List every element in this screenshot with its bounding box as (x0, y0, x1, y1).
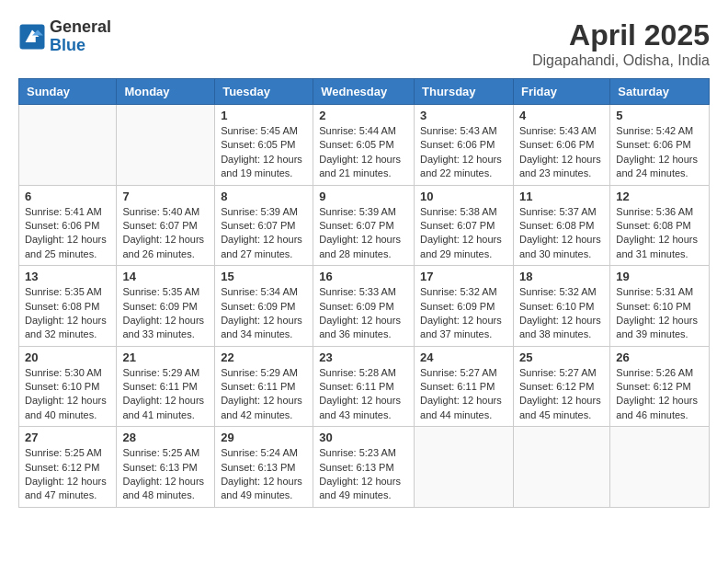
day-info: Sunrise: 5:27 AM Sunset: 6:12 PM Dayligh… (519, 366, 604, 423)
day-info: Sunrise: 5:43 AM Sunset: 6:06 PM Dayligh… (519, 124, 604, 181)
calendar-cell: 14Sunrise: 5:35 AM Sunset: 6:09 PM Dayli… (117, 266, 215, 347)
day-number: 11 (519, 190, 604, 203)
day-number: 27 (25, 431, 110, 444)
day-number: 12 (616, 190, 703, 203)
calendar-cell: 29Sunrise: 5:24 AM Sunset: 6:13 PM Dayli… (215, 427, 313, 508)
calendar-cell (513, 427, 609, 508)
day-number: 4 (519, 109, 604, 122)
day-number: 14 (122, 270, 209, 283)
day-info: Sunrise: 5:35 AM Sunset: 6:09 PM Dayligh… (122, 285, 209, 342)
day-number: 18 (519, 270, 604, 283)
week-row-2: 6Sunrise: 5:41 AM Sunset: 6:06 PM Daylig… (19, 185, 710, 266)
day-info: Sunrise: 5:35 AM Sunset: 6:08 PM Dayligh… (25, 285, 110, 342)
calendar-cell: 1Sunrise: 5:45 AM Sunset: 6:05 PM Daylig… (215, 105, 313, 186)
day-number: 10 (420, 190, 507, 203)
day-info: Sunrise: 5:25 AM Sunset: 6:12 PM Dayligh… (25, 446, 110, 503)
calendar-cell (610, 427, 710, 508)
day-number: 5 (616, 109, 703, 122)
day-number: 8 (221, 190, 307, 203)
day-info: Sunrise: 5:37 AM Sunset: 6:08 PM Dayligh… (519, 205, 604, 262)
calendar-cell (117, 105, 215, 186)
calendar-cell: 26Sunrise: 5:26 AM Sunset: 6:12 PM Dayli… (610, 346, 710, 427)
day-info: Sunrise: 5:25 AM Sunset: 6:13 PM Dayligh… (122, 446, 209, 503)
day-info: Sunrise: 5:40 AM Sunset: 6:07 PM Dayligh… (122, 205, 209, 262)
day-number: 17 (420, 270, 507, 283)
calendar-cell: 18Sunrise: 5:32 AM Sunset: 6:10 PM Dayli… (513, 266, 609, 347)
day-info: Sunrise: 5:39 AM Sunset: 6:07 PM Dayligh… (319, 205, 408, 262)
weekday-header-thursday: Thursday (415, 79, 514, 105)
calendar-cell: 17Sunrise: 5:32 AM Sunset: 6:09 PM Dayli… (415, 266, 514, 347)
day-number: 30 (319, 431, 408, 444)
calendar-cell: 8Sunrise: 5:39 AM Sunset: 6:07 PM Daylig… (215, 185, 313, 266)
week-row-3: 13Sunrise: 5:35 AM Sunset: 6:08 PM Dayli… (19, 266, 710, 347)
weekday-header-saturday: Saturday (610, 79, 710, 105)
calendar-cell: 5Sunrise: 5:42 AM Sunset: 6:06 PM Daylig… (610, 105, 710, 186)
day-info: Sunrise: 5:28 AM Sunset: 6:11 PM Dayligh… (319, 366, 408, 423)
weekday-header-row: SundayMondayTuesdayWednesdayThursdayFrid… (19, 79, 710, 105)
calendar-cell: 13Sunrise: 5:35 AM Sunset: 6:08 PM Dayli… (19, 266, 117, 347)
logo-text: General Blue (50, 18, 111, 55)
day-number: 2 (319, 109, 408, 122)
day-number: 6 (25, 190, 110, 203)
location: Digapahandi, Odisha, India (532, 52, 710, 69)
day-info: Sunrise: 5:29 AM Sunset: 6:11 PM Dayligh… (221, 366, 307, 423)
calendar-cell: 9Sunrise: 5:39 AM Sunset: 6:07 PM Daylig… (313, 185, 415, 266)
day-info: Sunrise: 5:41 AM Sunset: 6:06 PM Dayligh… (25, 205, 110, 262)
day-info: Sunrise: 5:31 AM Sunset: 6:10 PM Dayligh… (616, 285, 703, 342)
day-info: Sunrise: 5:23 AM Sunset: 6:13 PM Dayligh… (319, 446, 408, 503)
calendar-cell: 12Sunrise: 5:36 AM Sunset: 6:08 PM Dayli… (610, 185, 710, 266)
weekday-header-wednesday: Wednesday (313, 79, 415, 105)
weekday-header-monday: Monday (117, 79, 215, 105)
calendar-table: SundayMondayTuesdayWednesdayThursdayFrid… (18, 78, 710, 508)
day-number: 21 (122, 350, 209, 364)
calendar-cell: 22Sunrise: 5:29 AM Sunset: 6:11 PM Dayli… (215, 346, 313, 427)
logo: General Blue (18, 18, 111, 55)
day-info: Sunrise: 5:26 AM Sunset: 6:12 PM Dayligh… (616, 366, 703, 423)
calendar-cell: 27Sunrise: 5:25 AM Sunset: 6:12 PM Dayli… (19, 427, 117, 508)
logo-icon (18, 23, 46, 51)
day-number: 9 (319, 190, 408, 203)
day-number: 26 (616, 350, 703, 364)
calendar-cell: 25Sunrise: 5:27 AM Sunset: 6:12 PM Dayli… (513, 346, 609, 427)
calendar-cell: 4Sunrise: 5:43 AM Sunset: 6:06 PM Daylig… (513, 105, 609, 186)
day-number: 7 (122, 190, 209, 203)
logo-general-text: General (50, 18, 111, 37)
calendar-cell: 30Sunrise: 5:23 AM Sunset: 6:13 PM Dayli… (313, 427, 415, 508)
day-number: 24 (420, 350, 507, 364)
day-info: Sunrise: 5:24 AM Sunset: 6:13 PM Dayligh… (221, 446, 307, 503)
calendar-cell: 23Sunrise: 5:28 AM Sunset: 6:11 PM Dayli… (313, 346, 415, 427)
calendar-cell (19, 105, 117, 186)
weekday-header-friday: Friday (513, 79, 609, 105)
page-header: General Blue April 2025 Digapahandi, Odi… (18, 18, 710, 69)
day-number: 22 (221, 350, 307, 364)
calendar-cell: 16Sunrise: 5:33 AM Sunset: 6:09 PM Dayli… (313, 266, 415, 347)
day-info: Sunrise: 5:39 AM Sunset: 6:07 PM Dayligh… (221, 205, 307, 262)
day-info: Sunrise: 5:29 AM Sunset: 6:11 PM Dayligh… (122, 366, 209, 423)
day-number: 25 (519, 350, 604, 364)
day-number: 15 (221, 270, 307, 283)
calendar-cell: 24Sunrise: 5:27 AM Sunset: 6:11 PM Dayli… (415, 346, 514, 427)
day-number: 23 (319, 350, 408, 364)
weekday-header-sunday: Sunday (19, 79, 117, 105)
month-title: April 2025 (532, 18, 710, 52)
day-info: Sunrise: 5:38 AM Sunset: 6:07 PM Dayligh… (420, 205, 507, 262)
day-info: Sunrise: 5:32 AM Sunset: 6:10 PM Dayligh… (519, 285, 604, 342)
calendar-cell: 21Sunrise: 5:29 AM Sunset: 6:11 PM Dayli… (117, 346, 215, 427)
day-number: 19 (616, 270, 703, 283)
day-info: Sunrise: 5:30 AM Sunset: 6:10 PM Dayligh… (25, 366, 110, 423)
day-number: 29 (221, 431, 307, 444)
day-info: Sunrise: 5:44 AM Sunset: 6:05 PM Dayligh… (319, 124, 408, 181)
weekday-header-tuesday: Tuesday (215, 79, 313, 105)
day-info: Sunrise: 5:42 AM Sunset: 6:06 PM Dayligh… (616, 124, 703, 181)
day-number: 1 (221, 109, 307, 122)
calendar-cell (415, 427, 514, 508)
title-section: April 2025 Digapahandi, Odisha, India (532, 18, 710, 69)
day-info: Sunrise: 5:27 AM Sunset: 6:11 PM Dayligh… (420, 366, 507, 423)
day-number: 28 (122, 431, 209, 444)
day-number: 16 (319, 270, 408, 283)
day-number: 3 (420, 109, 507, 122)
calendar-cell: 11Sunrise: 5:37 AM Sunset: 6:08 PM Dayli… (513, 185, 609, 266)
calendar-cell: 2Sunrise: 5:44 AM Sunset: 6:05 PM Daylig… (313, 105, 415, 186)
day-info: Sunrise: 5:33 AM Sunset: 6:09 PM Dayligh… (319, 285, 408, 342)
week-row-5: 27Sunrise: 5:25 AM Sunset: 6:12 PM Dayli… (19, 427, 710, 508)
